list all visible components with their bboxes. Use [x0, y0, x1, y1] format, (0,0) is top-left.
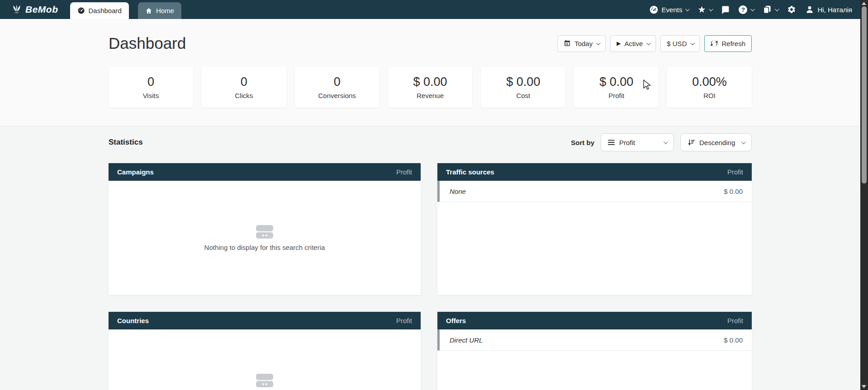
- help-menu[interactable]: ?: [739, 5, 754, 14]
- panel-campaigns: Campaigns Profit Nothing to display for …: [109, 163, 421, 295]
- statistics-heading: Statistics: [109, 138, 143, 147]
- favorites-menu[interactable]: ★: [697, 5, 712, 14]
- workspace-menu[interactable]: [763, 5, 778, 14]
- menu-lines-icon: [608, 139, 615, 146]
- status-filter-button[interactable]: ▶ Active: [610, 35, 656, 52]
- panel-title: Campaigns: [117, 168, 154, 176]
- chevron-down-icon: [709, 7, 713, 11]
- panel-offers: Offers Profit Direct URL $ 0.00: [437, 312, 752, 390]
- scroll-up-arrow[interactable]: [862, 2, 866, 5]
- panel-title: Countries: [117, 317, 149, 324]
- empty-state: Nothing to display for this search crite…: [204, 374, 325, 390]
- bemob-logo[interactable]: BeMob: [0, 0, 70, 19]
- user-icon: [805, 5, 814, 14]
- scrollbar-thumb[interactable]: [862, 6, 867, 183]
- user-greeting: Hi, Наталія: [817, 6, 852, 14]
- settings-button[interactable]: [787, 5, 796, 14]
- panel-body: None $ 0.00: [437, 181, 752, 295]
- row-name: Direct URL: [450, 336, 483, 344]
- chevron-down-icon: [685, 7, 690, 11]
- statistics-section: Statistics Sort by Profit: [0, 126, 860, 390]
- page-title: Dashboard: [109, 34, 186, 52]
- table-row[interactable]: Direct URL $ 0.00: [437, 329, 752, 351]
- currency-button[interactable]: $ USD: [660, 35, 700, 52]
- nav-tabs: Dashboard Home: [70, 0, 181, 19]
- navbar-right: Events ★ ?: [649, 0, 860, 19]
- stat-value: $ 0.00: [599, 75, 633, 89]
- tab-dashboard[interactable]: Dashboard: [70, 2, 129, 19]
- sort-direction-value: Descending: [699, 139, 735, 146]
- stat-value: 0: [241, 75, 247, 89]
- stat-value: 0: [334, 75, 341, 89]
- dashboard-toolbar: Today ▶ Active $ USD Refr: [557, 35, 752, 52]
- chevron-down-icon: [750, 7, 755, 11]
- panels-grid: Campaigns Profit Nothing to display for …: [109, 163, 752, 390]
- tab-home[interactable]: Home: [138, 2, 181, 19]
- scroll-down-arrow[interactable]: [862, 385, 866, 388]
- refresh-icon: [711, 40, 718, 47]
- tab-label: Dashboard: [89, 7, 122, 14]
- status-filter-label: Active: [624, 40, 643, 47]
- sort-direction-select[interactable]: Descending: [680, 133, 752, 151]
- windows-stack-icon: [763, 5, 772, 14]
- currency-label: $ USD: [667, 40, 687, 47]
- top-navbar: BeMob Dashboard Home: [0, 0, 860, 19]
- stat-card-clicks: 0 Clicks: [202, 67, 286, 108]
- empty-state: Nothing to display for this search crite…: [204, 225, 325, 251]
- stat-value: $ 0.00: [413, 75, 447, 89]
- gauge-icon: [77, 7, 85, 14]
- stat-value: 0: [147, 75, 154, 89]
- panel-body: Nothing to display for this search crite…: [109, 181, 421, 295]
- events-menu[interactable]: Events: [649, 5, 689, 14]
- user-menu[interactable]: Hi, Наталія: [805, 5, 852, 14]
- chat-icon: [721, 5, 730, 14]
- panel-header: Campaigns Profit: [109, 163, 421, 181]
- vertical-scrollbar[interactable]: [860, 0, 868, 390]
- panel-body: Nothing to display for this search crite…: [109, 329, 421, 390]
- stat-card-visits: 0 Visits: [109, 67, 193, 108]
- chevron-down-icon: [741, 140, 746, 144]
- sort-descending-icon: [688, 139, 695, 146]
- stat-card-profit: $ 0.00 Profit: [574, 67, 659, 108]
- panel-metric-label: Profit: [727, 168, 743, 176]
- events-gauge-icon: [649, 5, 659, 14]
- sort-field-select[interactable]: Profit: [601, 133, 674, 151]
- refresh-button[interactable]: Refresh: [704, 35, 752, 52]
- stat-card-roi: 0.00% ROI: [667, 67, 752, 108]
- empty-server-icon: [256, 225, 273, 239]
- panel-metric-label: Profit: [396, 317, 412, 324]
- chevron-down-icon: [775, 7, 779, 11]
- panel-metric-label: Profit: [727, 317, 743, 324]
- panel-metric-label: Profit: [396, 168, 412, 176]
- stats-cards-row: 0 Visits 0 Clicks 0 Conversions $ 0.00 R…: [109, 67, 752, 108]
- panel-traffic-sources: Traffic sources Profit None $ 0.00: [437, 163, 752, 295]
- panel-title: Offers: [446, 317, 466, 324]
- date-range-button[interactable]: Today: [557, 35, 606, 52]
- stat-label: Visits: [143, 92, 159, 99]
- sort-by-label: Sort by: [571, 139, 594, 146]
- tab-label: Home: [156, 7, 174, 14]
- stat-label: Profit: [608, 92, 624, 99]
- panel-header: Offers Profit: [437, 312, 752, 329]
- empty-state-text: Nothing to display for this search crite…: [204, 244, 325, 251]
- panel-title: Traffic sources: [446, 168, 494, 176]
- panel-body: Direct URL $ 0.00: [437, 329, 752, 390]
- bemob-logo-icon: [11, 4, 23, 15]
- row-name: None: [450, 188, 466, 195]
- stat-label: ROI: [703, 92, 716, 99]
- row-value: $ 0.00: [724, 188, 743, 195]
- stat-label: Conversions: [318, 92, 356, 99]
- row-value: $ 0.00: [724, 336, 743, 344]
- gear-icon: [787, 5, 796, 14]
- feedback-button[interactable]: [721, 5, 730, 14]
- stat-label: Cost: [516, 92, 530, 99]
- stat-value: $ 0.00: [506, 75, 540, 89]
- chevron-down-icon: [690, 41, 695, 45]
- help-icon: ?: [739, 5, 747, 14]
- sort-field-value: Profit: [619, 139, 635, 146]
- panel-header: Traffic sources Profit: [437, 163, 752, 181]
- table-row[interactable]: None $ 0.00: [437, 181, 752, 202]
- main-content: Dashboard Today ▶ Active $ USD: [0, 19, 860, 390]
- stat-value: 0.00%: [692, 75, 727, 89]
- chevron-down-icon: [646, 41, 651, 45]
